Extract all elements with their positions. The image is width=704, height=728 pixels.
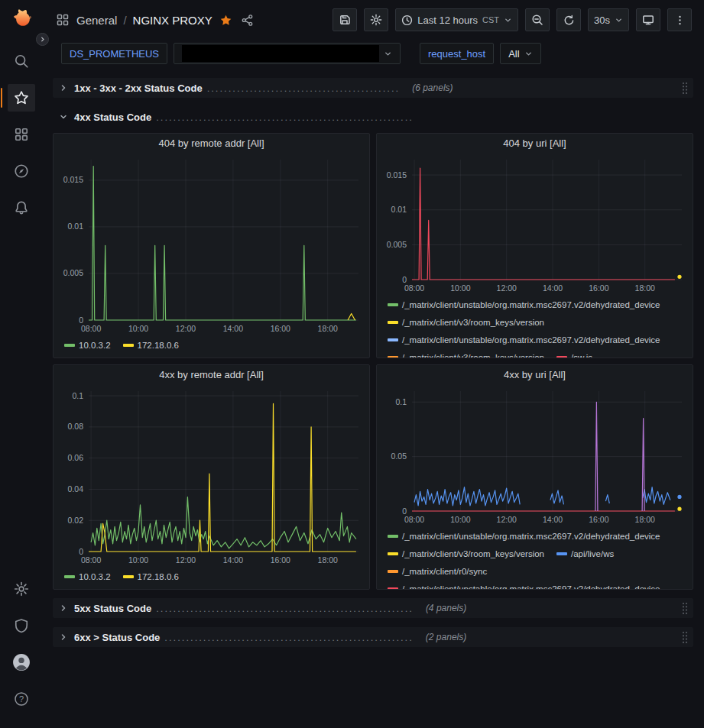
sidebar-item-alerting[interactable]	[8, 194, 35, 222]
svg-text:14:00: 14:00	[223, 324, 243, 333]
variable-datasource-select[interactable]	[174, 43, 401, 64]
svg-text:10:00: 10:00	[128, 555, 148, 565]
row-6xx-status-code[interactable]: 6xx > Status Code ......................…	[53, 627, 693, 647]
avatar	[12, 653, 31, 671]
chevron-down-icon	[524, 50, 533, 58]
grafana-logo[interactable]	[10, 8, 33, 31]
svg-text:18:00: 18:00	[318, 324, 338, 333]
legend-item[interactable]: /api/live/ws	[556, 547, 614, 561]
legend-item[interactable]: /_matrix/client/unstable/org.matrix.msc2…	[388, 333, 660, 347]
save-dashboard-button[interactable]	[333, 8, 357, 31]
gear-icon	[370, 14, 382, 26]
legend-label: 10.0.3.2	[79, 341, 111, 350]
legend-item[interactable]: /_matrix/client/v3/room_keys/version	[388, 547, 544, 561]
refresh-button[interactable]	[556, 8, 581, 31]
legend-item[interactable]: 10.0.3.2	[64, 338, 111, 352]
svg-text:0: 0	[402, 275, 407, 284]
star-icon	[14, 90, 29, 105]
zoom-out-button[interactable]	[525, 8, 550, 31]
sidebar-item-configuration[interactable]	[8, 575, 35, 603]
legend-swatch	[388, 303, 398, 306]
breadcrumb-folder[interactable]: General	[76, 14, 117, 27]
refresh-icon	[563, 15, 575, 26]
panel-title[interactable]: 404 by uri [All]	[377, 134, 693, 154]
breadcrumb-separator: /	[123, 14, 126, 27]
time-range-picker[interactable]: Last 12 hours CST	[395, 8, 518, 31]
legend-item[interactable]: 172.18.0.6	[123, 570, 179, 584]
svg-text:0.08: 0.08	[68, 422, 84, 431]
refresh-interval-dropdown[interactable]: 30s	[588, 8, 629, 31]
svg-text:0.02: 0.02	[68, 516, 84, 525]
sidebar-item-explore[interactable]	[8, 157, 35, 185]
sidebar-item-profile[interactable]	[8, 649, 35, 676]
legend-item[interactable]: /_matrix/client/v3/room_keys/version	[388, 351, 544, 358]
clock-icon	[401, 15, 413, 26]
legend-item[interactable]: /_matrix/client/unstable/org.matrix.msc2…	[388, 529, 660, 543]
share-icon[interactable]	[241, 14, 254, 27]
bell-icon	[14, 200, 29, 215]
svg-text:12:00: 12:00	[497, 283, 517, 293]
breadcrumb-dashboard[interactable]: NGINX PROXY	[133, 14, 212, 27]
row-5xx-status-code[interactable]: 5xx Status Code ........................…	[53, 598, 693, 618]
apps-grid-icon[interactable]	[56, 13, 70, 27]
legend-label: /sw.js	[571, 353, 592, 358]
panel-title[interactable]: 4xx by remote addr [All]	[54, 365, 369, 385]
row-panel-count: (2 panels)	[426, 632, 466, 642]
row-drag-handle[interactable]	[681, 630, 689, 644]
legend-item[interactable]: /_matrix/client/unstable/org.matrix.msc2…	[388, 582, 660, 589]
legend-item[interactable]: /_matrix/client/v3/room_keys/version	[388, 315, 544, 329]
legend-item[interactable]: /sw.js	[556, 351, 592, 358]
legend-swatch	[388, 587, 398, 589]
legend-item[interactable]: 172.18.0.6	[123, 338, 179, 352]
svg-text:0.01: 0.01	[68, 222, 84, 231]
legend-label: 172.18.0.6	[138, 572, 179, 581]
sidebar-item-server-admin[interactable]	[8, 612, 35, 639]
chevron-right-icon	[57, 603, 70, 613]
legend-swatch	[388, 535, 398, 538]
variable-datasource-label[interactable]: DS_PROMETHEUS	[61, 43, 167, 64]
row-dots: ........................................…	[156, 603, 414, 614]
dashboard-settings-button[interactable]	[364, 8, 388, 31]
row-drag-handle[interactable]	[681, 81, 689, 95]
svg-text:08:00: 08:00	[81, 324, 101, 333]
dashboard-variables: DS_PROMETHEUS request_host All	[42, 40, 704, 72]
legend-swatch	[123, 344, 134, 347]
panel-chart[interactable]: 08:0010:0012:0014:0016:0018:0000.050.1	[377, 385, 693, 526]
row-1xx-3xx-2xx-status-code[interactable]: 1xx - 3xx - 2xx Status Code ............…	[53, 78, 693, 98]
svg-text:0: 0	[79, 547, 83, 556]
variable-request-host-select[interactable]: All	[500, 43, 540, 64]
legend-label: /_matrix/client/v3/room_keys/version	[402, 353, 544, 358]
sidebar-item-help[interactable]: ?	[8, 685, 35, 713]
row-4xx-status-code[interactable]: 4xx Status Code ........................…	[53, 107, 693, 127]
legend-swatch	[123, 575, 134, 578]
sidebar-item-starred[interactable]	[8, 84, 35, 112]
svg-text:16:00: 16:00	[271, 324, 290, 333]
legend-item[interactable]: /_matrix/client/unstable/org.matrix.msc2…	[388, 298, 660, 312]
sidebar-item-dashboards[interactable]	[8, 121, 35, 148]
svg-text:08:00: 08:00	[81, 555, 101, 565]
legend-item[interactable]: 10.0.3.2	[64, 570, 111, 584]
panel-title[interactable]: 404 by remote addr [All]	[54, 134, 369, 154]
cycle-view-mode-button[interactable]	[636, 8, 660, 31]
redacted-datasource-value	[182, 45, 379, 62]
sidebar-item-search[interactable]	[8, 47, 35, 75]
kebab-menu-icon	[674, 15, 686, 26]
svg-text:0.005: 0.005	[387, 240, 407, 249]
legend-item[interactable]: /_matrix/client/r0/sync	[388, 565, 487, 578]
svg-text:0: 0	[402, 506, 407, 516]
row-drag-handle[interactable]	[681, 601, 689, 615]
favorite-star-icon[interactable]	[219, 14, 232, 27]
expand-menu-button[interactable]	[36, 33, 49, 46]
panel-chart[interactable]: 08:0010:0012:0014:0016:0018:0000.0050.01…	[377, 154, 693, 295]
panel-title[interactable]: 4xx by uri [All]	[377, 365, 693, 385]
panel-chart[interactable]: 08:0010:0012:0014:0016:0018:0000.020.040…	[54, 385, 369, 567]
panel-legend: /_matrix/client/unstable/org.matrix.msc2…	[377, 526, 693, 589]
row-title: 5xx Status Code	[74, 603, 151, 614]
panel-chart[interactable]: 08:0010:0012:0014:0016:0018:0000.0050.01…	[54, 154, 369, 335]
legend-swatch	[556, 552, 567, 555]
more-options-button[interactable]	[667, 8, 692, 31]
svg-text:16:00: 16:00	[589, 515, 608, 524]
variable-request-host-label[interactable]: request_host	[420, 43, 494, 64]
legend-label: /_matrix/client/unstable/org.matrix.msc2…	[402, 584, 660, 589]
legend-swatch	[64, 575, 75, 578]
